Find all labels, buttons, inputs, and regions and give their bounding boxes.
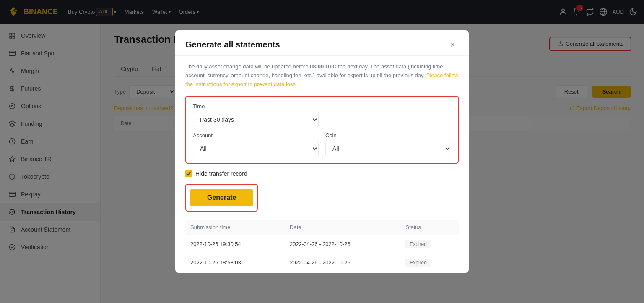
status-badge-0: Expired — [405, 240, 431, 248]
modal-form-box: Time Past 30 days Past 7 days Past 90 da… — [185, 96, 459, 164]
modal-info-link[interactable]: Please follow the instructions for expor… — [185, 72, 458, 87]
form-account-label: Account — [193, 132, 319, 138]
table-row: 2022-10-26 19:30:54 2022-04-26 - 2022-10… — [185, 235, 459, 253]
modal-close-button[interactable]: × — [447, 39, 459, 50]
status-badge-1: Expired — [405, 259, 431, 267]
modal-title: Generate all statements — [185, 40, 280, 50]
status-0: Expired — [400, 235, 459, 253]
modal-header: Generate all statements × — [175, 30, 469, 56]
form-time-row: Time Past 30 days Past 7 days Past 90 da… — [193, 103, 451, 127]
form-coin-col: Coin All BTC ETH BNB AUD — [325, 132, 451, 156]
table-row: 2022-07-25 15:30:07 2022-01-25 - 2022-07… — [185, 272, 459, 273]
status-2: Expired — [400, 272, 459, 273]
record-date-1: 2022-04-26 - 2022-10-26 — [285, 253, 400, 272]
record-date-0: 2022-04-26 - 2022-10-26 — [285, 235, 400, 253]
modal-info-text: The daily asset change data will be upda… — [185, 63, 459, 89]
records-table-head: Submission time Date Status — [185, 220, 459, 235]
form-account-col: Account All Spot Margin Futures — [193, 132, 319, 156]
form-time-select[interactable]: Past 30 days Past 7 days Past 90 days Cu… — [193, 112, 319, 127]
record-date-2: 2022-01-25 - 2022-07-25 — [285, 272, 400, 273]
checkbox-row: Hide transfer record — [185, 170, 459, 177]
modal-body: The daily asset change data will be upda… — [175, 56, 469, 273]
status-1: Expired — [400, 253, 459, 272]
submission-time-2: 2022-07-25 15:30:07 — [185, 272, 285, 273]
submission-time-0: 2022-10-26 19:30:54 — [185, 235, 285, 253]
form-coin-select[interactable]: All BTC ETH BNB AUD — [325, 141, 451, 156]
th-submission-time: Submission time — [185, 220, 285, 235]
th-status: Status — [400, 220, 459, 235]
records-table-body: 2022-10-26 19:30:54 2022-04-26 - 2022-10… — [185, 235, 459, 273]
hide-transfer-checkbox[interactable] — [185, 170, 192, 177]
form-coin-label: Coin — [325, 132, 451, 138]
table-row: 2022-10-26 18:58:03 2022-04-26 - 2022-10… — [185, 253, 459, 272]
generate-statements-modal: Generate all statements × The daily asse… — [175, 30, 469, 273]
checkbox-label: Hide transfer record — [195, 170, 247, 177]
generate-button[interactable]: Generate — [190, 189, 253, 206]
modal-overlay[interactable]: Generate all statements × The daily asse… — [0, 0, 644, 303]
form-account-coin-row: Account All Spot Margin Futures Coin All… — [193, 132, 451, 156]
th-record-date: Date — [285, 220, 400, 235]
form-account-select[interactable]: All Spot Margin Futures — [193, 141, 319, 156]
generate-button-box: Generate — [185, 184, 258, 212]
form-time-label: Time — [193, 103, 451, 110]
records-table: Submission time Date Status 2022-10-26 1… — [185, 220, 459, 273]
submission-time-1: 2022-10-26 18:58:03 — [185, 253, 285, 272]
